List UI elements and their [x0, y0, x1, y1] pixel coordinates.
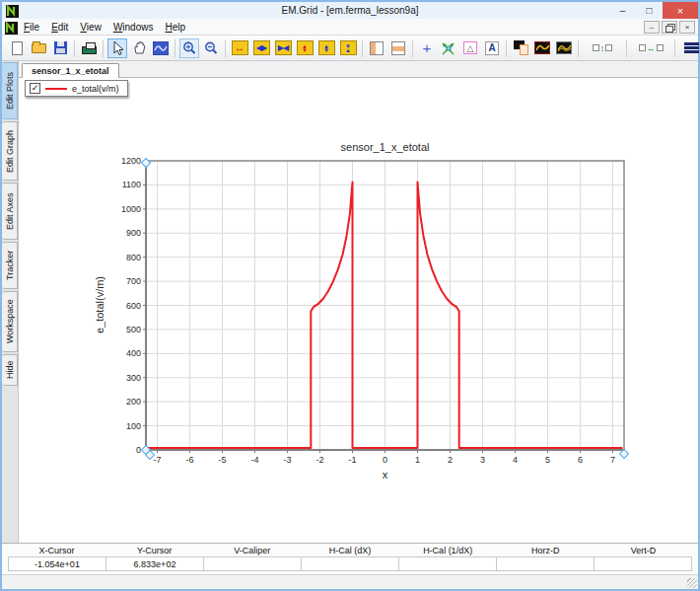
y-tick-label: 700 — [126, 276, 141, 286]
menu-file[interactable]: File — [18, 21, 45, 34]
vertical-panel-icon[interactable] — [367, 38, 386, 58]
sidebar-tab-hide[interactable]: Hide — [2, 354, 18, 386]
vertical-space-icon[interactable]: ↕ — [583, 38, 622, 58]
menu-bar: File Edit View Windows Help – × — [2, 19, 698, 36]
sidebar-tab-edit-plots[interactable]: Edit Plots — [2, 62, 18, 119]
zoom-in-icon[interactable] — [179, 38, 199, 58]
menu-view[interactable]: View — [74, 21, 107, 34]
shrink-x-icon[interactable]: ◀▶ — [251, 38, 271, 58]
legend-line-sample — [45, 88, 67, 90]
tracker-axes-icon[interactable] — [439, 38, 458, 58]
legend-box[interactable]: ✓ e_total(v/m) — [25, 80, 128, 97]
new-file-icon[interactable] — [7, 38, 27, 58]
cursor-value-y: 6.833e+02 — [106, 556, 204, 571]
y-tick-label: 800 — [126, 253, 141, 262]
x-tick-label: 7 — [610, 455, 615, 465]
center-y-icon[interactable]: ▼ ▲ — [338, 38, 358, 58]
plot-page-icon[interactable] — [511, 38, 530, 58]
x-tick-label: 0 — [383, 455, 387, 465]
chart-title: sensor_1_x_etotal — [146, 141, 624, 153]
client-area: sensor_1_x_etotal -7-6-5-4-3-2-101234567… — [19, 61, 698, 543]
cursor-value-vertd — [595, 556, 692, 571]
x-tick-label: -1 — [348, 455, 356, 465]
save-icon[interactable] — [50, 38, 70, 58]
x-tick-label: 5 — [545, 455, 550, 465]
y-tick-label: 400 — [126, 348, 141, 358]
y-tick-label: 0 — [136, 445, 141, 455]
x-tick-label: -4 — [251, 455, 259, 465]
caliper-icon[interactable]: △ — [460, 38, 480, 58]
mdi-minimize-button[interactable]: – — [644, 21, 660, 34]
x-tick-label: -2 — [316, 455, 324, 465]
cursor-header-x: X-Cursor — [8, 545, 105, 556]
zoom-region-icon[interactable] — [151, 38, 171, 58]
cursor-header-horzd: Horz-D — [497, 545, 595, 556]
y-tick-label: 1000 — [121, 204, 141, 214]
cursor-readout-table: X-Cursor Y-Cursor V-Caliper H-Cal (dX) H… — [2, 543, 698, 574]
axis-handle[interactable] — [141, 158, 150, 167]
sidebar-tab-tracker[interactable]: Tracker — [2, 242, 18, 289]
pointer-tool-icon[interactable] — [107, 38, 127, 58]
shrink-y-icon[interactable]: ▲ ▼ — [316, 38, 336, 58]
text-annotation-icon[interactable]: A — [482, 38, 502, 58]
maximize-button[interactable]: □ — [636, 2, 663, 19]
y-tick-label: 200 — [126, 397, 141, 406]
layout-dropdown[interactable]: Layout ▾ — [678, 40, 700, 55]
document-icon — [5, 21, 18, 34]
y-axis-title: e_total(v/m) — [94, 254, 105, 356]
resize-grip[interactable] — [687, 578, 697, 588]
y-tick-label: 300 — [126, 373, 141, 383]
cursor-header-hcal-dx: H-Cal (dX) — [301, 545, 398, 556]
sidebar-tab-edit-graph[interactable]: Edit Graph — [2, 121, 18, 181]
y-tick-label: 100 — [126, 421, 141, 431]
expand-y-icon[interactable]: ▲ ▼ — [295, 38, 315, 58]
x-tick-label: -5 — [219, 455, 227, 465]
horizontal-space-icon[interactable]: ↔ — [631, 38, 670, 58]
legend-checkbox[interactable]: ✓ — [30, 83, 40, 94]
axis-handle[interactable] — [619, 449, 628, 458]
menu-help[interactable]: Help — [159, 21, 191, 34]
cursor-value-vcaliper — [204, 556, 302, 571]
x-axis-title: x — [146, 469, 624, 480]
toolbar: ↔ ◀▶ ▶◀ ▲ ▼ ▲ ▼ ▼ ▲ + △ A ↕ ↔ — [2, 36, 698, 61]
center-x-icon[interactable]: ▶◀ — [273, 38, 293, 58]
y-tick-label: 1100 — [122, 180, 141, 189]
y-tick-label: 500 — [126, 325, 141, 334]
mdi-close-button[interactable]: × — [679, 21, 695, 34]
print-icon[interactable] — [79, 38, 99, 58]
cursor-value-hcal-1dx — [399, 556, 497, 571]
window-title: EM.Grid - [em.ferma_lesson9a] — [2, 5, 698, 16]
y-tick-label: 900 — [126, 228, 141, 238]
layout-icon — [684, 42, 699, 53]
document-tab-bar: sensor_1_x_etotal — [19, 61, 698, 78]
sidebar-tab-edit-axes[interactable]: Edit Axes — [2, 183, 18, 240]
sidebar-tab-workspace[interactable]: Workspace — [2, 291, 18, 352]
menu-edit[interactable]: Edit — [45, 21, 74, 34]
x-tick-label: -7 — [154, 455, 162, 465]
app-window: EM.Grid - [em.ferma_lesson9a] – □ × File… — [0, 0, 700, 591]
open-file-icon[interactable] — [29, 38, 48, 58]
x-tick-label: 3 — [480, 455, 485, 465]
side-tab-strip: Edit Plots Edit Graph Edit Axes Tracker … — [2, 61, 19, 543]
y-tick-label: 1200 — [121, 156, 141, 166]
x-tick-label: 1 — [415, 455, 420, 465]
horizontal-panel-icon[interactable] — [388, 38, 408, 58]
zoom-out-icon[interactable] — [201, 38, 221, 58]
x-tick-label: 2 — [448, 455, 453, 465]
menu-windows[interactable]: Windows — [107, 21, 160, 34]
pan-hand-icon[interactable] — [129, 38, 149, 58]
legend-label: e_total(v/m) — [72, 84, 119, 94]
plot-single-icon[interactable] — [532, 38, 552, 58]
mdi-restore-button[interactable] — [662, 21, 677, 34]
cursor-value-horzd — [497, 556, 595, 571]
cursor-value-x: -1.054e+01 — [8, 556, 106, 571]
minimize-button[interactable]: – — [609, 2, 636, 19]
expand-x-icon[interactable]: ↔ — [230, 38, 249, 58]
document-tab[interactable]: sensor_1_x_etotal — [22, 63, 119, 78]
cursor-value-hcal-dx — [302, 556, 399, 571]
plot-multi-icon[interactable] — [554, 38, 574, 58]
cursor-header-vcaliper: V-Caliper — [203, 545, 301, 556]
crosshair-icon[interactable]: + — [417, 38, 437, 58]
plot-area: -7-6-5-4-3-2-101234567010020030040050060… — [19, 78, 698, 543]
close-button[interactable]: × — [663, 2, 698, 19]
